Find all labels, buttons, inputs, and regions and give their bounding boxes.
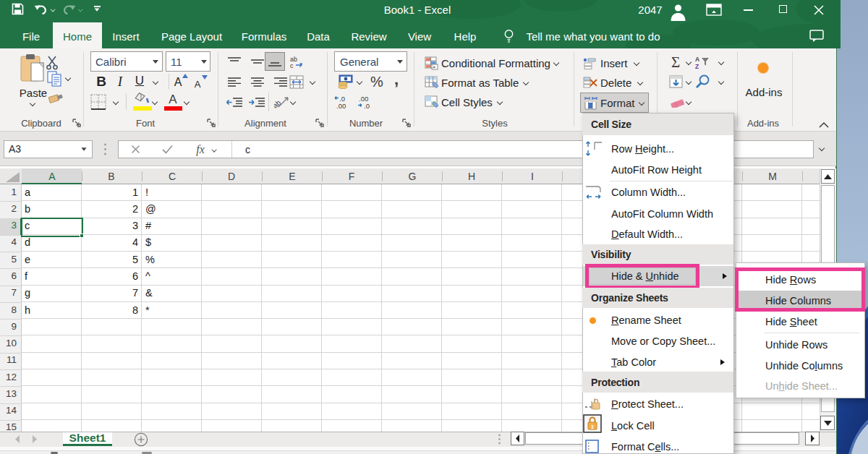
svg-text:Z: Z <box>695 63 699 69</box>
svg-text:1: 1 <box>591 424 595 430</box>
svg-text:c: c <box>290 62 294 69</box>
svg-text:.0: .0 <box>364 102 370 110</box>
svg-text:.00: .00 <box>336 102 346 110</box>
svg-text:A: A <box>695 56 699 63</box>
